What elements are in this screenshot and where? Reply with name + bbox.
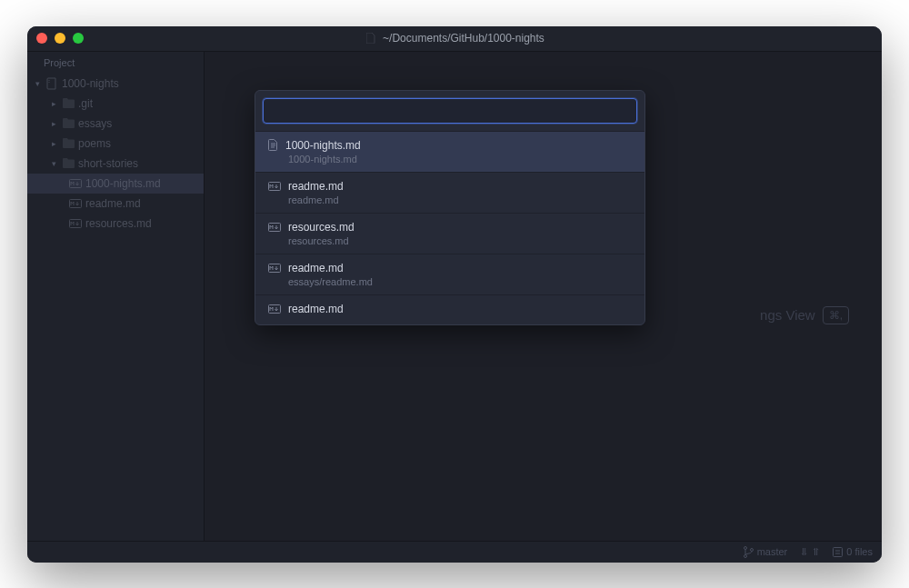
markdown-icon	[69, 179, 82, 188]
folder-icon	[62, 158, 75, 168]
branch-name: master	[757, 546, 788, 557]
file-icon	[365, 33, 377, 44]
window-body: Project ▾ 1000-nights ▸ .git ▸	[27, 52, 882, 541]
result-path: essays/readme.md	[268, 276, 634, 287]
svg-point-8	[744, 554, 746, 557]
app-window: ~/Documents/GitHub/1000-nights Project ▾…	[27, 26, 882, 563]
markdown-icon	[268, 264, 281, 273]
fuzzy-finder-palette: 1000-nights.md 1000-nights.md readme.md …	[255, 90, 645, 325]
result-name: readme.md	[288, 262, 344, 274]
tree-root-label: 1000-nights	[62, 77, 119, 90]
git-fetch-status[interactable]: ⥥ ⥣	[800, 546, 820, 558]
result-path: resources.md	[268, 235, 634, 246]
chevron-right-icon: ▸	[49, 99, 58, 108]
arrow-down-icon: ⥥	[800, 546, 808, 558]
files-count: 0 files	[846, 546, 873, 557]
folder-icon	[62, 98, 75, 108]
chevron-down-icon: ▾	[33, 79, 42, 88]
tree-item-label: essays	[78, 117, 112, 130]
tree-item-label: .git	[78, 97, 93, 110]
window-title: ~/Documents/GitHub/1000-nights	[27, 32, 882, 45]
tree-root[interactable]: ▾ 1000-nights	[27, 74, 204, 94]
git-files-status[interactable]: 0 files	[833, 546, 873, 557]
tree-item-label: poems	[78, 137, 111, 150]
chevron-right-icon: ▸	[49, 119, 58, 128]
markdown-icon	[69, 219, 82, 228]
fuzzy-result[interactable]: 1000-nights.md 1000-nights.md	[255, 131, 644, 172]
markdown-icon	[268, 182, 281, 191]
markdown-icon	[268, 304, 281, 314]
hint-shortcut: ⌘,	[823, 306, 849, 324]
markdown-icon	[268, 223, 281, 232]
tree-item-label: resources.md	[85, 217, 152, 230]
result-path: 1000-nights.md	[268, 154, 634, 164]
fuzzy-result[interactable]: readme.md essays/readme.md	[255, 254, 644, 294]
result-name: readme.md	[288, 180, 344, 193]
repo-icon	[45, 77, 58, 90]
result-path: readme.md	[268, 194, 634, 205]
fuzzy-result[interactable]: readme.md	[255, 294, 644, 324]
folder-icon	[62, 118, 75, 128]
git-branch-status[interactable]: master	[744, 546, 788, 558]
diff-icon	[833, 547, 843, 557]
chevron-right-icon: ▸	[49, 139, 58, 148]
file-icon	[268, 139, 278, 151]
svg-rect-10	[834, 547, 843, 556]
tree-item[interactable]: ▸ essays	[27, 114, 204, 134]
tree-item[interactable]: resources.md	[27, 214, 204, 234]
project-sidebar: Project ▾ 1000-nights ▸ .git ▸	[27, 52, 205, 541]
svg-point-7	[744, 546, 746, 549]
fuzzy-finder-results[interactable]: 1000-nights.md 1000-nights.md readme.md …	[255, 131, 644, 324]
fuzzy-result[interactable]: resources.md resources.md	[255, 213, 644, 254]
hint-text: ngs View	[760, 307, 815, 323]
status-bar: master ⥥ ⥣ 0 files	[27, 541, 882, 563]
tree-item-label: readme.md	[85, 197, 141, 210]
svg-point-9	[750, 548, 753, 551]
arrow-up-icon: ⥣	[812, 546, 820, 558]
tree-item[interactable]: ▾ short-stories	[27, 154, 204, 174]
file-tree[interactable]: ▾ 1000-nights ▸ .git ▸ essays	[27, 74, 204, 541]
folder-icon	[62, 138, 75, 148]
tree-item[interactable]: ▸ poems	[27, 134, 204, 154]
background-hint: ngs View ⌘,	[760, 306, 849, 324]
tree-item-label: 1000-nights.md	[85, 177, 161, 190]
window-title-text: ~/Documents/GitHub/1000-nights	[383, 32, 544, 45]
tree-item[interactable]: 1000-nights.md	[27, 174, 204, 194]
result-name: 1000-nights.md	[285, 139, 361, 152]
sidebar-header: Project	[27, 52, 204, 74]
title-bar: ~/Documents/GitHub/1000-nights	[27, 26, 882, 52]
tree-item[interactable]: readme.md	[27, 194, 204, 214]
tree-item-label: short-stories	[78, 157, 138, 170]
branch-icon	[744, 546, 754, 558]
result-name: readme.md	[288, 303, 344, 315]
markdown-icon	[69, 199, 82, 208]
result-name: resources.md	[288, 221, 355, 234]
chevron-down-icon: ▾	[49, 159, 58, 168]
tree-item[interactable]: ▸ .git	[27, 94, 204, 114]
fuzzy-finder-input[interactable]	[263, 98, 637, 124]
fuzzy-result[interactable]: readme.md readme.md	[255, 172, 644, 213]
